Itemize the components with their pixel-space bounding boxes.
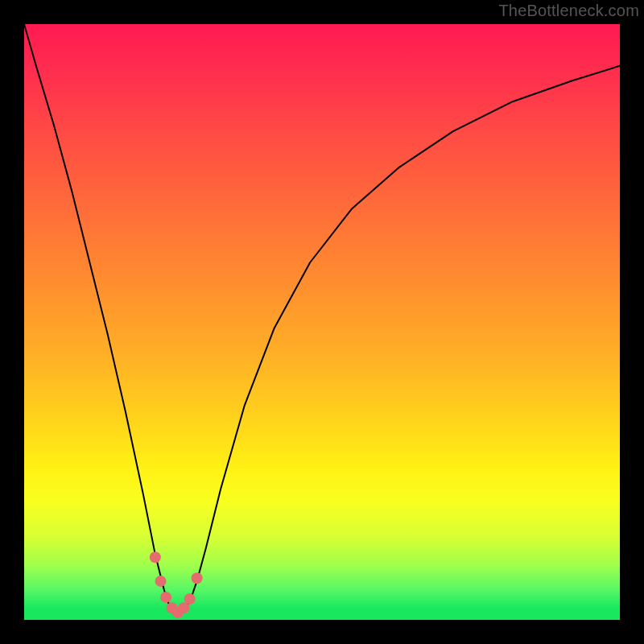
watermark-label: TheBottleneck.com — [498, 2, 639, 20]
highlight-dots — [150, 551, 203, 618]
bottleneck-curve — [24, 24, 620, 614]
highlight-dot — [160, 592, 171, 603]
chart-frame: TheBottleneck.com — [0, 0, 644, 644]
highlight-dot — [155, 576, 167, 587]
curve-layer — [24, 24, 620, 620]
highlight-dot — [192, 572, 203, 584]
plot-area — [24, 24, 620, 620]
highlight-dot — [150, 551, 161, 563]
highlight-dot — [184, 593, 196, 605]
